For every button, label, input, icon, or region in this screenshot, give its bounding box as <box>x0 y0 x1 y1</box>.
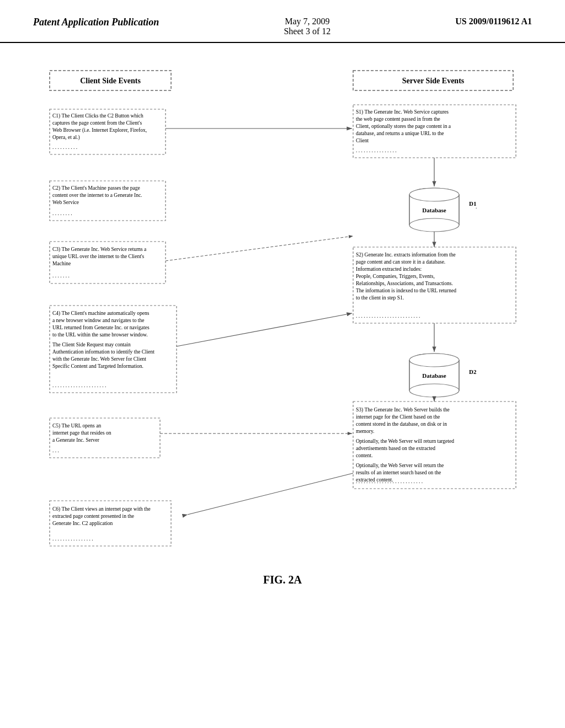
svg-text:D2: D2 <box>469 368 477 375</box>
svg-text:content stored in the database: content stored in the database, on disk … <box>356 421 447 427</box>
svg-text:internet page that resides on: internet page that resides on <box>52 430 111 436</box>
svg-text:captures the page content from: captures the page content from the Clien… <box>52 120 142 126</box>
svg-text:C6) The Client views an intern: C6) The Client views an internet page wi… <box>52 506 151 512</box>
svg-text:C4) The Client's machine autom: C4) The Client's machine automatically o… <box>52 311 150 317</box>
svg-text:. . . . . . . .: . . . . . . . . <box>52 211 72 216</box>
header-center: May 7, 2009 Sheet 3 of 12 <box>284 17 331 36</box>
svg-text:People, Companies, Triggers, E: People, Companies, Triggers, Events, <box>356 274 435 279</box>
svg-text:S1) The Generate Inc. Web Serv: S1) The Generate Inc. Web Service captur… <box>356 109 449 115</box>
svg-text:page content and can store it : page content and can store it in a datab… <box>356 259 445 265</box>
svg-text:unique URL over the internet t: unique URL over the internet to the Clie… <box>52 254 145 259</box>
svg-text:S3) The Generate Inc. Web Serv: S3) The Generate Inc. Web Server builds … <box>356 407 450 413</box>
svg-text:. . . . . . . . . . . . . . . : . . . . . . . . . . . . . . . . . . . . … <box>356 479 423 484</box>
svg-line-51 <box>177 313 352 346</box>
svg-text:Information extracted includes: Information extracted includes: <box>356 266 422 272</box>
svg-text:the web page content passed in: the web page content passed in from the <box>356 116 440 122</box>
svg-text:Opera, et al.): Opera, et al.) <box>52 135 80 141</box>
page: Patent Application Publication May 7, 20… <box>0 0 565 728</box>
svg-text:Client Side Events: Client Side Events <box>80 77 141 85</box>
svg-text:Web Service: Web Service <box>52 200 79 205</box>
svg-container: .svg-text { font-family: 'Times New Roma… <box>33 65 532 608</box>
svg-text:The Client Side Request may co: The Client Side Request may contain <box>52 342 131 347</box>
svg-text:. . . . . . . . . . . . . . . : . . . . . . . . . . . . . . . . <box>356 148 397 153</box>
date: May 7, 2009 <box>284 17 331 26</box>
patent-number: US 2009/0119612 A1 <box>455 17 532 26</box>
svg-text:Authentication information to : Authentication information to identify t… <box>52 349 154 355</box>
svg-text:FIG. 2A: FIG. 2A <box>263 574 302 586</box>
svg-text:database, and returns a unique: database, and returns a unique URL to th… <box>356 131 444 136</box>
svg-text:. . . . . . . . . . . . . . . : . . . . . . . . . . . . . . . . . . . . … <box>52 383 106 388</box>
svg-text:. . . . . . . . . . . . . . . : . . . . . . . . . . . . . . . . <box>52 536 93 542</box>
svg-text:S2) Generate Inc. extracts inf: S2) Generate Inc. extracts information f… <box>356 252 456 258</box>
svg-text:Database: Database <box>422 207 446 213</box>
svg-text:. . . . . . . . . . . . . . . : . . . . . . . . . . . . . . . . . . . . … <box>356 313 420 319</box>
svg-text:Optionally, the Web Server wil: Optionally, the Web Server will return t… <box>356 463 444 468</box>
sheet-info: Sheet 3 of 12 <box>284 26 331 36</box>
svg-line-40 <box>166 236 353 261</box>
svg-point-23 <box>409 218 459 232</box>
svg-text:Database: Database <box>422 372 446 379</box>
svg-text:advertisements based on the ex: advertisements based on the extracted <box>356 446 435 451</box>
svg-line-88 <box>188 473 353 515</box>
publication-title: Patent Application Publication <box>33 17 159 28</box>
svg-text:Server Side Events: Server Side Events <box>402 77 465 85</box>
svg-text:Client, optionally stores the : Client, optionally stores the page conte… <box>356 124 451 129</box>
svg-text:. . . . . . . . . .: . . . . . . . . . . <box>52 144 77 150</box>
svg-text:. . .: . . . <box>52 448 59 453</box>
svg-text:Web Browser (i.e. Internet Exp: Web Browser (i.e. Internet Explorer, Fir… <box>52 127 147 133</box>
page-header: Patent Application Publication May 7, 20… <box>0 0 565 43</box>
svg-text:The information is indexed to : The information is indexed to the URL re… <box>356 288 456 293</box>
svg-text:Relationships, Associations, a: Relationships, Associations, and Transac… <box>356 281 453 286</box>
svg-text:memory.: memory. <box>356 429 374 434</box>
svg-text:extracted page content present: extracted page content presented in the <box>52 513 134 519</box>
svg-text:. . . . . . .: . . . . . . . <box>52 273 70 279</box>
svg-text:content over the internet to a: content over the internet to a Generate … <box>52 192 142 198</box>
svg-text:C3) The Generate Inc. Web Serv: C3) The Generate Inc. Web Service return… <box>52 247 147 253</box>
svg-text:Optionally, the Web Server wil: Optionally, the Web Server will return t… <box>356 438 454 444</box>
svg-text:internet page for the Client b: internet page for the Client based on th… <box>356 414 440 420</box>
svg-text:Machine: Machine <box>52 261 71 266</box>
svg-text:Generate Inc. C2 application: Generate Inc. C2 application <box>52 521 113 526</box>
svg-text:.: . <box>476 204 477 210</box>
svg-text:Specific Content and Targeted : Specific Content and Targeted Informatio… <box>52 363 143 369</box>
svg-text:C5) The URL opens an: C5) The URL opens an <box>52 423 101 429</box>
svg-text:to the URL within the same bro: to the URL within the same browser windo… <box>52 332 148 338</box>
svg-text:content.: content. <box>356 453 372 458</box>
svg-point-67 <box>409 354 459 367</box>
svg-point-26 <box>409 188 459 201</box>
svg-text:to the client in step S1.: to the client in step S1. <box>356 295 404 301</box>
svg-point-64 <box>409 384 459 397</box>
svg-text:Client: Client <box>356 138 369 143</box>
svg-text:a new browser window and navig: a new browser window and navigates to th… <box>52 318 144 323</box>
svg-text:a Generate Inc. Server: a Generate Inc. Server <box>52 437 100 443</box>
svg-text:C1) The Client Clicks the C2 B: C1) The Client Clicks the C2 Button whic… <box>52 113 143 119</box>
main-diagram: .svg-text { font-family: 'Times New Roma… <box>33 65 532 606</box>
svg-text:with the Generate Inc. Web Ser: with the Generate Inc. Web Server for Cl… <box>52 356 146 362</box>
svg-text:results of an internet search : results of an internet search based on t… <box>356 470 441 475</box>
svg-text:C2) The Client's Machine passe: C2) The Client's Machine passes the page <box>52 185 140 191</box>
svg-text:URL returned from Generate Inc: URL returned from Generate Inc. or navig… <box>52 325 150 330</box>
diagram-area: .svg-text { font-family: 'Times New Roma… <box>0 43 565 619</box>
